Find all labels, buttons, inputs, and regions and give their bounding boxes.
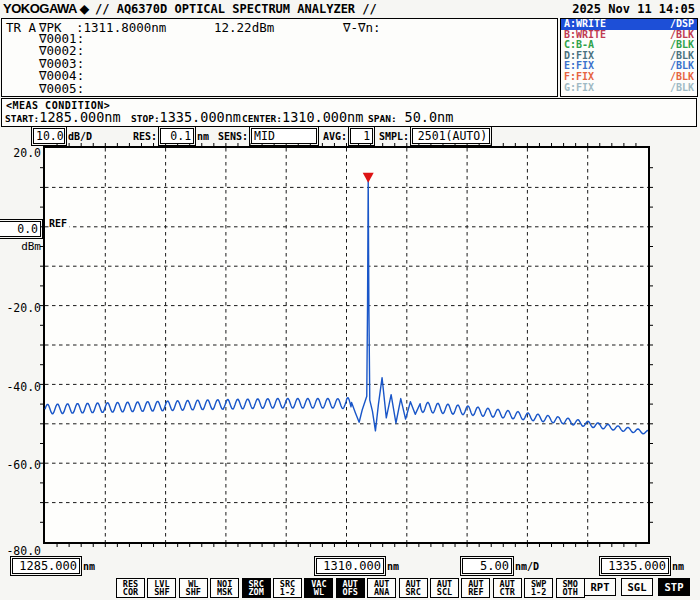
runkey-sgl[interactable]: SGL — [621, 578, 653, 596]
softkey-lvl-shf[interactable]: LVLSHF — [147, 578, 176, 598]
trace-row-g[interactable]: G:FIX/BLK — [561, 83, 697, 94]
trace-name: F:FIX — [564, 72, 594, 83]
ref-level-label: REF — [49, 218, 69, 229]
x-perdiv-value[interactable]: 5.00 — [462, 558, 512, 574]
softkey-label: CTR — [494, 588, 521, 596]
softkey-label: OFS — [337, 588, 364, 596]
softkey-label: SRC — [400, 588, 427, 596]
meas-condition-panel: <MEAS CONDITION> START:1285.000nm STOP:1… — [1, 98, 697, 127]
start-value: 1285.000nm — [39, 109, 120, 125]
y-tick-label: -60.0 — [6, 458, 41, 472]
trace-name: G:FIX — [564, 83, 594, 94]
x-axis-labels: 1285.000 nm 1310.000 nm 5.00 nm/D 1335.0… — [0, 558, 700, 576]
sensitivity-setting: SENS: MID — [218, 128, 317, 144]
stop-label: STOP: — [131, 113, 160, 124]
softkey-res-cor[interactable]: RESCOR — [116, 578, 145, 598]
x-center-group: 1310.000 nm — [316, 558, 399, 574]
marker-list: ∇0001:∇0002:∇0003:∇0004:∇0005: — [39, 33, 84, 95]
x-stop-value[interactable]: 1335.000 — [601, 558, 669, 574]
delta-marker-label: ∇-∇n: — [343, 20, 381, 35]
softkey-label: COR — [117, 588, 144, 596]
x-start-group: 1285.000 nm — [12, 558, 95, 574]
osa-screen: YOKOGAWA ◆ // AQ6370D OPTICAL SPECTRUM A… — [0, 0, 700, 600]
y-axis-labels: 20.00.0dBm-20.0-40.0-60.0-80.0 — [0, 0, 42, 600]
y-axis-unit: dBm — [21, 240, 41, 253]
softkey-label: SCL — [431, 588, 458, 596]
softkey-aut-ofs[interactable]: AUTOFS — [336, 578, 365, 598]
y-tick-label: -80.0 — [6, 544, 41, 558]
softkey-label: REF — [462, 588, 489, 596]
softkey-smo-oth[interactable]: SMOOTH — [556, 578, 585, 598]
smpl-value[interactable]: 2501(AUTO) — [412, 128, 490, 144]
softkey-aut-scl[interactable]: AUTSCL — [430, 578, 459, 598]
sens-value[interactable]: MID — [251, 128, 317, 144]
meas-stop: STOP:1335.000nm — [131, 109, 241, 125]
y-tick-label: -40.0 — [6, 380, 41, 394]
center-label: CENTER: — [242, 113, 282, 124]
res-label: RES: — [133, 131, 157, 142]
span-label: SPAN: — [368, 113, 397, 124]
softkey-noi-msk[interactable]: NOIMSK — [210, 578, 239, 598]
runkey-stp[interactable]: STP — [658, 578, 690, 596]
softkey-wl-shf[interactable]: WLSHF — [179, 578, 208, 598]
softkey-vac-wl[interactable]: VACWL — [304, 578, 333, 598]
softkey-aut-ctr[interactable]: AUTCTR — [493, 578, 522, 598]
y-tick-label: 20.0 — [13, 146, 41, 160]
softkey-label: WL — [305, 588, 332, 596]
softkey-swp-1-2[interactable]: SWP1-2 — [524, 578, 553, 598]
x-stop-group: 1335.000 nm — [601, 558, 684, 574]
softkey-label: SHF — [180, 588, 207, 596]
x-perdiv-group: 5.00 nm/D — [462, 558, 539, 574]
center-value: 1310.000nm — [282, 109, 363, 125]
sampling-setting: SMPL: 2501(AUTO) — [379, 128, 490, 144]
resolution-setting: RES: 0.1 nm — [133, 128, 209, 144]
trace-row-a[interactable]: A:WRITE/DSP — [561, 19, 697, 30]
sens-label: SENS: — [218, 131, 248, 142]
peak-wavelength: :1311.8000nm — [76, 20, 166, 35]
softkey-label: MSK — [211, 588, 238, 596]
averaging-setting: AVG: 1 — [323, 128, 373, 144]
res-unit: nm — [197, 131, 209, 142]
softkey-row: RESCORLVLSHFWLSHFNOIMSKSRCZOMSRC1-2VACWL… — [0, 578, 700, 599]
x-center-unit: nm — [387, 561, 399, 572]
softkey-label: ANA — [368, 588, 395, 596]
meas-span: SPAN:50.0nm — [368, 109, 453, 125]
stop-value: 1335.000nm — [160, 109, 241, 125]
marker-row: ∇0005: — [39, 83, 84, 95]
softkey-label: OTH — [557, 588, 584, 596]
softkey-aut-src[interactable]: AUTSRC — [399, 578, 428, 598]
avg-label: AVG: — [323, 131, 347, 142]
x-perdiv-unit: nm/D — [515, 561, 539, 572]
trace-name: A:WRITE — [564, 19, 606, 30]
x-center-value[interactable]: 1310.000 — [316, 558, 384, 574]
span-value: 50.0nm — [397, 109, 454, 125]
spectrum-graph: REF — [43, 146, 650, 544]
peak-level: 12.22dBm — [214, 20, 274, 35]
x-stop-unit: nm — [672, 561, 684, 572]
x-start-value[interactable]: 1285.000 — [12, 558, 80, 574]
datetime: 2025 Nov 11 14:05 — [572, 2, 695, 16]
spectrum-plot — [45, 148, 648, 542]
softkey-src-zom[interactable]: SRCZOM — [242, 578, 271, 598]
page-title: // AQ6370D OPTICAL SPECTRUM ANALYZER // — [95, 2, 377, 16]
runkey-rpt[interactable]: RPT — [584, 578, 616, 596]
smpl-label: SMPL: — [379, 131, 409, 142]
level-scale-unit: dB/D — [68, 131, 92, 142]
trace-mode: /BLK — [670, 83, 694, 94]
trace-mode: /DSP — [670, 19, 694, 30]
softkey-label: 1-2 — [274, 588, 301, 596]
softkey-label: 1-2 — [525, 588, 552, 596]
softkey-aut-ana[interactable]: AUTANA — [367, 578, 396, 598]
trace-mode: /BLK — [670, 72, 694, 83]
trace-row-f[interactable]: F:FIX/BLK — [561, 72, 697, 83]
avg-value[interactable]: 1 — [350, 128, 373, 144]
softkey-src-1-2[interactable]: SRC1-2 — [273, 578, 302, 598]
peak-readout-line: TR A ∇PK :1311.8000nm 12.22dBm ∇-∇n: — [2, 20, 557, 33]
res-value[interactable]: 0.1 — [160, 128, 194, 144]
title-bar: YOKOGAWA ◆ // AQ6370D OPTICAL SPECTRUM A… — [0, 0, 700, 17]
x-start-unit: nm — [83, 561, 95, 572]
y-tick-label[interactable]: 0.0 — [0, 221, 41, 237]
marker-readout-panel: TR A ∇PK :1311.8000nm 12.22dBm ∇-∇n: ∇00… — [1, 18, 558, 97]
softkey-aut-ref[interactable]: AUTREF — [461, 578, 490, 598]
y-tick-label: -20.0 — [6, 301, 41, 315]
